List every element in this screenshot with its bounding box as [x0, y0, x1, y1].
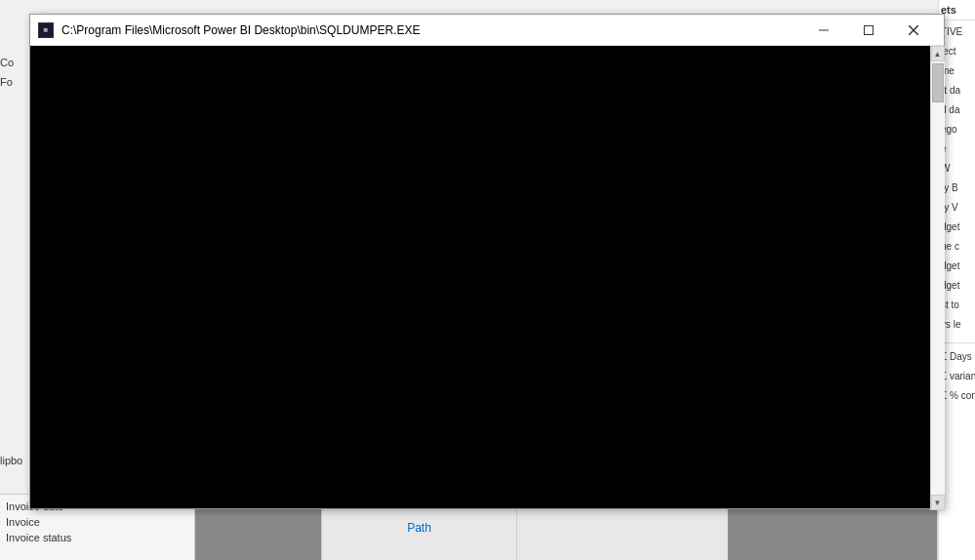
- scroll-thumb[interactable]: [932, 63, 944, 102]
- console-output: [30, 46, 944, 508]
- scroll-down-arrow[interactable]: ▼: [931, 495, 945, 510]
- svg-rect-0: [819, 29, 829, 30]
- invoice-status-label: Invoice status: [6, 530, 188, 545]
- left-panel-text: Co Fo lipbo: [0, 54, 29, 469]
- title-bar: ■ C:\Program Files\Microsoft Power BI De…: [30, 15, 944, 46]
- invoice-label: Invoice: [6, 514, 188, 530]
- maximize-button[interactable]: [846, 15, 891, 46]
- window-controls: [801, 15, 936, 46]
- window-scrollbar[interactable]: ▲ ▼: [930, 46, 944, 510]
- left-panel: Co Fo lipbo: [0, 0, 29, 560]
- window-icon: ■: [38, 22, 54, 38]
- close-button[interactable]: [891, 15, 936, 46]
- path-label: Path: [407, 521, 431, 535]
- window-title: C:\Program Files\Microsoft Power BI Desk…: [61, 23, 801, 37]
- svg-rect-1: [865, 25, 873, 34]
- scroll-up-arrow[interactable]: ▲: [931, 46, 945, 61]
- console-window: ■ C:\Program Files\Microsoft Power BI De…: [29, 14, 945, 509]
- scroll-track: [931, 61, 945, 495]
- minimize-button[interactable]: [801, 15, 846, 46]
